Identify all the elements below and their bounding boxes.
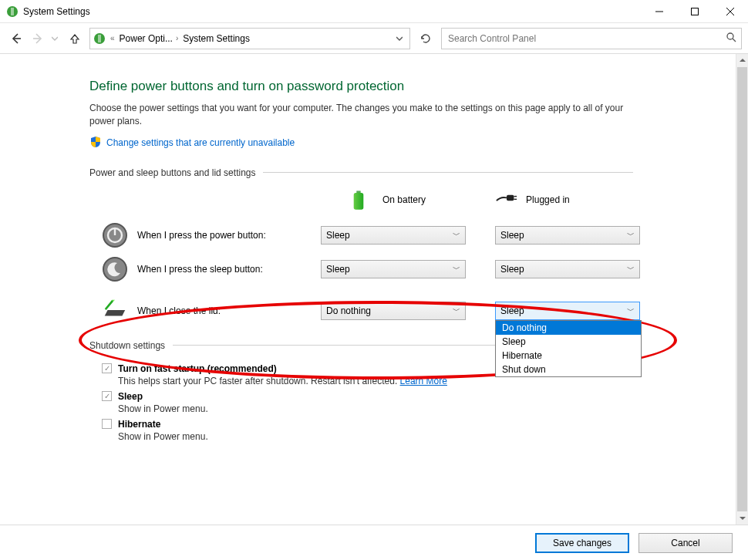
content-area: Define power buttons and turn on passwor… [0, 54, 736, 525]
chevron-down-icon: ﹀ [627, 230, 635, 241]
forward-button[interactable] [28, 29, 48, 49]
page-title: Define power buttons and turn on passwor… [89, 79, 736, 94]
checkbox-label: Sleep [118, 391, 143, 402]
dropdown-option[interactable]: Do nothing [496, 321, 641, 335]
close-lid-plugged-select[interactable]: Sleep ﹀ Do nothing Sleep Hibernate Shut … [495, 302, 640, 320]
address-bar[interactable]: « Power Opti... › System Settings [89, 28, 410, 49]
cancel-button[interactable]: Cancel [638, 533, 733, 553]
checkbox-label: Hibernate [118, 419, 160, 430]
hibernate-checkbox-row: Hibernate Show in Power menu. [102, 419, 736, 442]
select-value: Sleep [500, 305, 524, 316]
chevron-down-icon: ﹀ [453, 230, 460, 241]
history-dropdown[interactable] [49, 29, 60, 49]
page-description: Choose the power settings that you want … [89, 102, 645, 128]
dropdown-options: Do nothing Sleep Hibernate Shut down [495, 320, 642, 377]
window-controls [642, 0, 748, 23]
svg-rect-14 [507, 194, 514, 201]
sleep-button-plugged-select[interactable]: Sleep ﹀ [495, 260, 640, 278]
svg-point-10 [727, 33, 733, 39]
select-value: Sleep [500, 230, 524, 241]
breadcrumb-item[interactable]: System Settings [183, 33, 250, 44]
navigation-bar: « Power Opti... › System Settings [0, 23, 748, 54]
svg-rect-1 [11, 8, 14, 15]
change-settings-link[interactable]: Change settings that are currently unava… [106, 137, 295, 148]
up-button[interactable] [65, 29, 85, 49]
chevron-down-icon: ﹀ [453, 264, 460, 275]
address-icon [93, 32, 106, 45]
chevron-down-icon: ﹀ [453, 305, 460, 316]
svg-rect-12 [356, 191, 360, 193]
select-value: Sleep [500, 264, 524, 275]
sleep-button-icon [102, 256, 128, 282]
dropdown-option[interactable]: Hibernate [496, 349, 641, 363]
battery-icon [352, 191, 375, 209]
breadcrumb-label: System Settings [183, 33, 250, 44]
laptop-lid-icon [102, 298, 128, 324]
chevron-right-icon: › [176, 34, 178, 42]
scroll-thumb[interactable] [737, 67, 747, 511]
search-bar[interactable] [441, 28, 742, 49]
select-value: Sleep [326, 230, 350, 241]
maximize-button[interactable] [677, 0, 713, 23]
svg-point-20 [103, 258, 126, 281]
battery-column-header: On battery [352, 191, 426, 209]
chevron-down-icon: ﹀ [627, 264, 635, 275]
breadcrumb-sep: « [110, 34, 115, 42]
checkbox-subtext: Show in Power menu. [118, 403, 736, 414]
row-label: When I press the sleep button: [137, 264, 312, 275]
search-input[interactable] [446, 32, 726, 45]
admin-link-row: Change settings that are currently unava… [89, 136, 736, 150]
scroll-down-arrow[interactable] [736, 512, 748, 525]
refresh-button[interactable] [415, 28, 436, 49]
sleep-button-row: When I press the sleep button: Sleep ﹀ S… [89, 252, 736, 286]
plug-icon [495, 191, 518, 209]
column-headers: On battery Plugged in [89, 191, 736, 209]
plugged-column-header: Plugged in [495, 191, 570, 209]
section-header: Power and sleep buttons and lid settings [89, 167, 736, 178]
power-button-battery-select[interactable]: Sleep ﹀ [321, 226, 466, 245]
section-label: Power and sleep buttons and lid settings [89, 167, 255, 178]
sleep-checkbox-row: Sleep Show in Power menu. [102, 391, 736, 414]
scroll-up-arrow[interactable] [736, 54, 748, 66]
close-lid-row: When I close the lid: Do nothing ﹀ Sleep… [89, 294, 736, 328]
dropdown-option[interactable]: Sleep [496, 335, 641, 349]
address-dropdown[interactable] [393, 35, 406, 42]
section-label: Shutdown settings [89, 340, 165, 351]
chevron-down-icon: ﹀ [627, 305, 635, 316]
breadcrumb-item[interactable]: Power Opti... › [120, 33, 179, 44]
fast-startup-checkbox[interactable] [102, 363, 112, 373]
footer-bar: Save changes Cancel [0, 525, 748, 560]
learn-more-link[interactable]: Learn More [400, 376, 447, 386]
search-icon[interactable] [726, 32, 736, 45]
minimize-button[interactable] [642, 0, 677, 23]
vertical-scrollbar[interactable] [736, 54, 748, 525]
checkbox-label: Turn on fast startup (recommended) [118, 363, 277, 374]
checkbox-subtext: Show in Power menu. [118, 431, 736, 442]
close-button[interactable] [713, 0, 748, 23]
row-label: When I press the power button: [137, 230, 312, 241]
sleep-checkbox[interactable] [102, 391, 112, 401]
svg-line-11 [733, 39, 736, 42]
save-changes-button[interactable]: Save changes [535, 533, 629, 553]
app-icon [6, 5, 19, 18]
back-button[interactable] [6, 29, 26, 49]
window-title: System Settings [23, 6, 642, 17]
breadcrumb-label: Power Opti... [120, 33, 173, 44]
dropdown-option[interactable]: Shut down [496, 363, 641, 376]
close-lid-battery-select[interactable]: Do nothing ﹀ [321, 302, 466, 320]
power-button-plugged-select[interactable]: Sleep ﹀ [495, 226, 640, 245]
column-label: On battery [382, 194, 426, 205]
svg-rect-3 [692, 8, 699, 15]
select-value: Sleep [326, 264, 350, 275]
select-value: Do nothing [326, 305, 371, 316]
sleep-button-battery-select[interactable]: Sleep ﹀ [321, 260, 466, 278]
power-button-icon [102, 222, 128, 248]
power-button-row: When I press the power button: Sleep ﹀ S… [89, 218, 736, 252]
shield-icon [89, 136, 102, 150]
hibernate-checkbox[interactable] [102, 419, 112, 429]
column-label: Plugged in [526, 194, 570, 205]
checkbox-subtext: This helps start your PC faster after sh… [118, 376, 736, 386]
svg-rect-9 [98, 35, 101, 42]
divider [173, 345, 543, 346]
svg-rect-13 [354, 193, 364, 210]
